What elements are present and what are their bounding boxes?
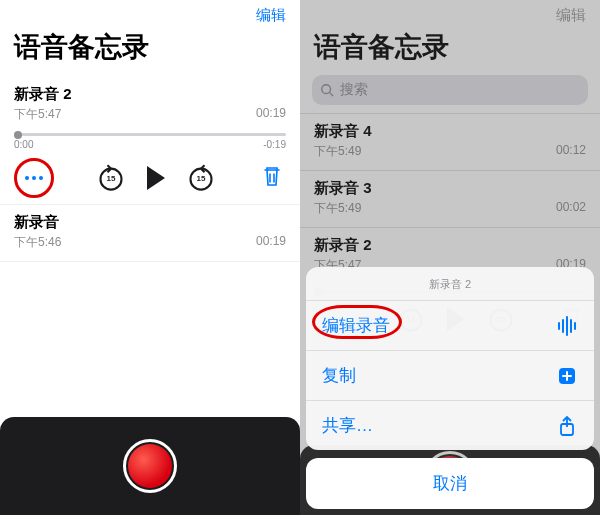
recording-duration: 00:19: [256, 106, 286, 123]
record-button[interactable]: [123, 439, 177, 493]
more-button[interactable]: [18, 162, 50, 194]
sheet-edit-recording[interactable]: 编辑录音: [306, 300, 594, 350]
skip-fwd-label: 15: [197, 174, 206, 183]
sheet-copy[interactable]: 复制: [306, 350, 594, 400]
share-icon: [556, 415, 578, 437]
progress-current: 0:00: [14, 139, 33, 150]
recording-expanded[interactable]: 新录音 2 下午5:47 00:19: [0, 77, 300, 127]
playback-controls: 15 15: [0, 150, 300, 205]
edit-button[interactable]: 编辑: [256, 6, 286, 25]
recording-time: 下午5:47: [14, 106, 61, 123]
progress-knob[interactable]: [14, 131, 22, 139]
sheet-share[interactable]: 共享…: [306, 400, 594, 450]
sheet-edit-label: 编辑录音: [322, 314, 390, 337]
progress-remaining: -0:19: [263, 139, 286, 150]
play-button[interactable]: [147, 166, 165, 190]
sheet-copy-label: 复制: [322, 364, 356, 387]
waveform-icon: [556, 315, 578, 337]
right-screen: 编辑 语音备忘录 搜索 新录音 4 下午5:4900:12 新录音 3 下午5:…: [300, 0, 600, 515]
delete-button[interactable]: [262, 164, 282, 192]
page-title: 语音备忘录: [0, 27, 300, 77]
recording-duration: 00:19: [256, 234, 286, 251]
skip-forward-button[interactable]: 15: [187, 164, 215, 192]
recording-item[interactable]: 新录音 下午5:46 00:19: [0, 205, 300, 262]
sheet-cancel-button[interactable]: 取消: [306, 458, 594, 509]
record-bar: [0, 417, 300, 515]
copy-icon: [556, 365, 578, 387]
skip-back-button[interactable]: 15: [97, 164, 125, 192]
left-screen: 编辑 语音备忘录 新录音 2 下午5:47 00:19 0:00 -0:19 1…: [0, 0, 300, 515]
recording-time: 下午5:46: [14, 234, 61, 251]
sheet-header: 新录音 2: [306, 267, 594, 300]
skip-back-label: 15: [107, 174, 116, 183]
sheet-share-label: 共享…: [322, 414, 373, 437]
nav-bar: 编辑: [0, 0, 300, 27]
action-sheet: 新录音 2 编辑录音 复制 共享… 取消: [306, 267, 594, 509]
recording-name: 新录音: [14, 213, 59, 232]
progress-bar[interactable]: 0:00 -0:19: [0, 133, 300, 150]
recording-name: 新录音 2: [14, 85, 72, 104]
